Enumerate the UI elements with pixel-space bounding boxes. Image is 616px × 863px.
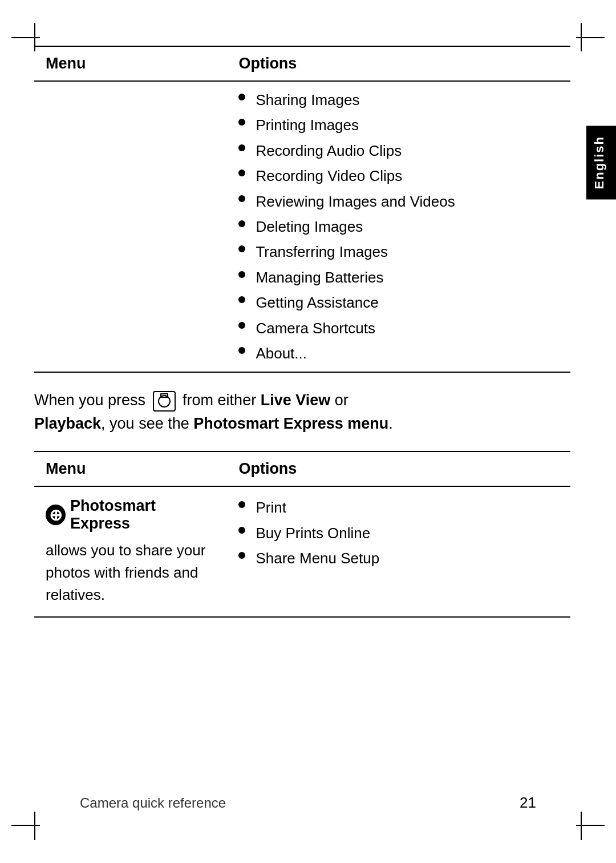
photosmart-desc-line1: allows you to share your [46, 542, 205, 559]
table2-menu-header: Menu [34, 451, 227, 486]
camera-menu-button-icon [153, 391, 176, 412]
list-item: Deleting Images [238, 216, 559, 237]
bullet-icon [238, 347, 245, 354]
bullet-icon [238, 322, 245, 329]
main-content: Menu Options Sharing Images Printing Ima… [34, 46, 570, 618]
option-label: Sharing Images [256, 90, 359, 110]
bullet-icon [238, 552, 245, 559]
list-item: Recording Video Clips [238, 166, 559, 186]
option-label: Deleting Images [256, 216, 363, 237]
bullet-icon [238, 501, 245, 508]
bullet-icon [238, 119, 245, 126]
list-item: Printing Images [238, 115, 559, 135]
transition-text-before: When you press [34, 392, 150, 409]
option-label: Recording Audio Clips [256, 140, 402, 161]
playback-label: Playback [34, 415, 101, 432]
photosmart-options-cell: Print Buy Prints Online Share Menu Setup [227, 486, 570, 617]
photosmart-desc-line2: photos with friends and [46, 564, 198, 581]
options-cell: Sharing Images Printing Images Recording… [227, 81, 570, 372]
dash-top-left [11, 37, 40, 38]
option-label: Transferring Images [256, 241, 388, 262]
photosmart-menu-cell: Photosmart Express allows you to share y… [34, 486, 227, 617]
list-item: Share Menu Setup [238, 548, 559, 568]
transition-paragraph: When you press from either Live View or … [34, 389, 570, 435]
table-row: Photosmart Express allows you to share y… [34, 486, 570, 617]
corner-mark-bottom-right [581, 812, 582, 840]
photosmart-express-entry: Photosmart Express [46, 497, 216, 533]
list-item: Managing Batteries [238, 267, 559, 288]
page-number: 21 [520, 794, 536, 812]
dash-bottom-left [11, 825, 40, 826]
photosmart-icon [46, 505, 66, 525]
photosmart-express-menu-label: Photosmart Express menu [193, 415, 388, 432]
option-label: About... [256, 343, 307, 364]
transition-text-end: . [388, 415, 393, 432]
bullet-icon [238, 144, 245, 151]
table-row: Sharing Images Printing Images Recording… [34, 81, 570, 372]
list-item: Reviewing Images and Videos [238, 191, 559, 212]
live-view-label: Live View [261, 392, 331, 409]
option-label: Printing Images [256, 115, 359, 135]
bullet-icon [238, 245, 245, 252]
dash-top-right [576, 37, 605, 38]
table2-options-header: Options [227, 451, 570, 486]
language-tab: English [586, 126, 616, 199]
list-item: Transferring Images [238, 241, 559, 262]
corner-mark-bottom-left [34, 812, 35, 840]
list-item: Buy Prints Online [238, 523, 559, 543]
photosmart-description: allows you to share your photos with fri… [46, 539, 216, 606]
option-label: Getting Assistance [256, 292, 378, 313]
menu-cell-empty [34, 81, 227, 372]
photosmart-options-list: Print Buy Prints Online Share Menu Setup [238, 497, 559, 568]
photosmart-desc-line3: relatives. [46, 586, 105, 603]
list-item: About... [238, 343, 559, 364]
bullet-icon [238, 195, 245, 202]
option-label: Print [256, 497, 286, 518]
option-label: Share Menu Setup [256, 548, 379, 568]
list-item: Getting Assistance [238, 292, 559, 313]
option-label: Camera Shortcuts [256, 318, 375, 338]
bullet-icon [238, 271, 245, 278]
transition-text-middle: from either [179, 392, 261, 409]
table1-options-header: Options [227, 46, 570, 81]
transition-text-or: or [330, 392, 348, 409]
table1-menu-header: Menu [34, 46, 227, 81]
option-label: Managing Batteries [256, 267, 383, 288]
footer-label: Camera quick reference [80, 795, 226, 811]
list-item: Print [238, 497, 559, 518]
bullet-icon [238, 94, 245, 100]
option-label: Reviewing Images and Videos [256, 191, 455, 212]
option-label: Recording Video Clips [256, 166, 402, 186]
list-item: Camera Shortcuts [238, 318, 559, 338]
bullet-icon [238, 527, 245, 534]
menu-options-table-1: Menu Options Sharing Images Printing Ima… [34, 46, 570, 373]
bullet-icon [238, 296, 245, 303]
photosmart-express-label: Photosmart Express [70, 497, 216, 533]
list-item: Recording Audio Clips [238, 140, 559, 161]
dash-bottom-right [576, 825, 605, 826]
list-item: Sharing Images [238, 90, 559, 110]
menu-options-table-2: Menu Options Photosmart Express allows y… [34, 451, 570, 618]
option-label: Buy Prints Online [256, 523, 370, 543]
options-list: Sharing Images Printing Images Recording… [238, 90, 559, 364]
bullet-icon [238, 170, 245, 176]
bullet-icon [238, 220, 245, 227]
transition-text-after: , you see the [101, 415, 193, 432]
page-footer: Camera quick reference 21 [80, 794, 536, 812]
